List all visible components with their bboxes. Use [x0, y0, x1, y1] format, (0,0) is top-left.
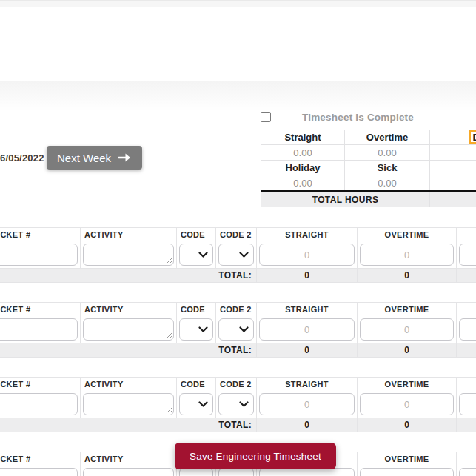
column-header-straight: STRAIGHT [257, 228, 358, 242]
save-timesheet-button[interactable]: Save Engineering Timesheet [175, 443, 336, 469]
section-extra-total [457, 418, 476, 432]
column-header-extra [457, 303, 476, 317]
section-total-label: TOTAL: [0, 418, 257, 432]
overtime-hours-input[interactable] [360, 244, 454, 266]
section-total-label: TOTAL: [0, 343, 257, 358]
column-header-ticket: TICKET # [0, 452, 81, 466]
timesheet-section: TICKET # ACTIVITY CODE CODE 2 STRAIGHT O… [0, 377, 476, 432]
summary-total-hours-extra-cell [430, 192, 476, 207]
column-header-activity: ACTIVITY [81, 228, 177, 242]
ticket-input[interactable] [0, 318, 78, 341]
column-header-overtime: OVERTIME [358, 452, 457, 466]
column-header-code2: CODE 2 [216, 303, 257, 317]
column-header-straight: STRAIGHT [257, 378, 358, 392]
summary-double-value [430, 145, 476, 161]
code2-select[interactable] [218, 244, 254, 266]
column-header-activity: ACTIVITY [81, 303, 177, 317]
summary-header-sick: Sick [345, 161, 430, 175]
column-header-code: CODE [177, 228, 216, 242]
summary-header-straight: Straight [261, 130, 345, 145]
column-header-code: CODE [177, 378, 216, 392]
column-header-extra [457, 378, 476, 392]
timesheet-sections: TICKET # ACTIVITY CODE CODE 2 STRAIGHT O… [0, 227, 476, 476]
column-header-overtime: OVERTIME [358, 378, 457, 392]
week-end-date: 6/05/2022 [0, 152, 44, 164]
column-header-ticket: TICKET # [0, 303, 81, 317]
overtime-hours-input[interactable] [360, 468, 454, 476]
straight-hours-input[interactable] [259, 393, 355, 415]
timesheet-section: TICKET # ACTIVITY CODE CODE 2 STRAIGHT O… [0, 227, 476, 283]
extra-hours-input[interactable] [459, 318, 476, 341]
activity-textarea[interactable] [83, 468, 174, 476]
summary-sick-value: 0.00 [345, 175, 430, 192]
summary-total-hours-label: TOTAL HOURS [261, 192, 430, 207]
section-total-label: TOTAL: [0, 269, 257, 283]
summary-header-blank [430, 161, 476, 175]
column-header-activity: ACTIVITY [81, 452, 177, 466]
code2-select[interactable] [218, 318, 254, 341]
section-straight-total: 0 [257, 269, 358, 283]
activity-textarea[interactable] [83, 244, 174, 266]
column-header-extra [457, 228, 476, 242]
section-extra-total [457, 343, 476, 358]
extra-hours-input[interactable] [459, 393, 476, 415]
column-header-extra [457, 452, 476, 466]
extra-hours-input[interactable] [459, 468, 476, 476]
code2-select[interactable] [218, 393, 254, 415]
ticket-input[interactable] [0, 244, 78, 266]
content-canvas: 6/05/2022 Next Week Timesheet is Complet… [0, 0, 476, 476]
column-header-activity: ACTIVITY [81, 378, 177, 392]
section-overtime-total: 0 [358, 343, 457, 358]
ticket-input[interactable] [0, 393, 78, 415]
summary-header-overtime: Overtime [345, 130, 430, 145]
code-select[interactable] [179, 393, 213, 415]
summary-overtime-value: 0.00 [345, 145, 430, 161]
column-header-ticket: TICKET # [0, 378, 81, 392]
section-straight-total: 0 [257, 343, 358, 358]
summary-straight-value: 0.00 [261, 145, 345, 161]
column-header-ticket: TICKET # [0, 228, 81, 242]
summary-holiday-value: 0.00 [261, 175, 345, 192]
column-header-overtime: OVERTIME [358, 303, 457, 317]
activity-textarea[interactable] [83, 393, 174, 415]
code-select[interactable] [179, 244, 213, 266]
summary-blank-value [430, 175, 476, 192]
summary-header-double: Double [430, 130, 476, 145]
section-straight-total: 0 [257, 418, 358, 432]
summary-header-holiday: Holiday [261, 161, 345, 175]
column-header-code2: CODE 2 [216, 228, 257, 242]
section-overtime-total: 0 [358, 269, 457, 283]
column-header-code: CODE [177, 303, 216, 317]
timesheet-page: 6/05/2022 Next Week Timesheet is Complet… [0, 0, 476, 476]
next-week-button[interactable]: Next Week [47, 146, 142, 170]
column-header-overtime: OVERTIME [358, 228, 457, 242]
timesheet-complete-checkbox[interactable] [261, 112, 271, 122]
overtime-hours-input[interactable] [360, 393, 454, 415]
overtime-hours-input[interactable] [360, 318, 454, 341]
ticket-input[interactable] [0, 468, 78, 476]
arrow-right-icon [118, 152, 132, 163]
hours-summary-table: Straight Overtime Double 0.00 0.00 Holid… [261, 130, 476, 207]
code-select[interactable] [179, 318, 213, 341]
activity-textarea[interactable] [83, 318, 174, 341]
extra-hours-input[interactable] [459, 244, 476, 266]
straight-hours-input[interactable] [259, 244, 355, 266]
timesheet-section: TICKET # ACTIVITY CODE CODE 2 STRAIGHT O… [0, 302, 476, 358]
timesheet-complete-label: Timesheet is Complete [302, 112, 414, 123]
straight-hours-input[interactable] [259, 318, 355, 341]
column-header-code2: CODE 2 [216, 378, 257, 392]
section-extra-total [457, 269, 476, 283]
section-overtime-total: 0 [358, 418, 457, 432]
column-header-straight: STRAIGHT [257, 303, 358, 317]
next-week-label: Next Week [57, 152, 111, 164]
